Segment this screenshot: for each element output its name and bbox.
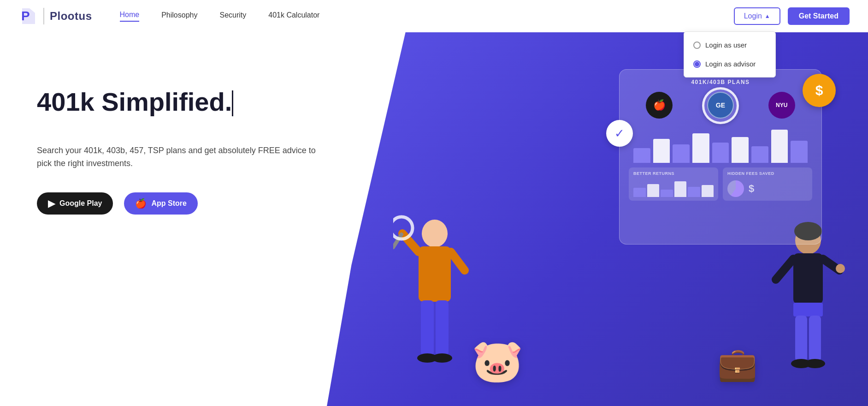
pie-chart [727, 180, 744, 197]
login-as-user-label: Login as user [705, 41, 747, 49]
nav-links: Home Philosophy Security 401k Calculator [120, 11, 734, 22]
nyu-logo: NYU [768, 92, 795, 119]
hero-title: 401k Simplified. [37, 88, 441, 116]
svg-rect-19 [795, 316, 807, 362]
svg-point-22 [805, 359, 825, 368]
logo-area: P Plootus [18, 6, 92, 26]
google-play-button[interactable]: ▶ Google Play [37, 192, 113, 215]
hidden-fees-content: $ [727, 179, 808, 197]
svg-rect-18 [793, 303, 823, 316]
app-store-label: App Store [151, 199, 186, 208]
svg-rect-20 [809, 316, 821, 362]
hidden-fees-card: HIDDEN FEES SAVED $ [723, 167, 812, 201]
nav-right: Login ▲ Get Started [734, 7, 850, 25]
bar-6 [732, 137, 749, 163]
google-play-icon: ▶ [48, 198, 55, 209]
svg-rect-14 [793, 253, 823, 304]
briefcase-icon: 💼 [717, 345, 757, 383]
main-bar-chart [629, 126, 812, 163]
login-as-user-item[interactable]: Login as user [684, 36, 775, 54]
bar-3 [673, 144, 690, 163]
app-store-button[interactable]: 🍎 App Store [124, 192, 197, 215]
bar-9 [791, 141, 808, 163]
login-as-advisor-item[interactable]: Login as advisor [684, 54, 775, 73]
hero-description: Search your 401k, 403b, 457, TSP plans a… [37, 144, 323, 171]
person-left [393, 206, 476, 383]
apple-logo: 🍎 [646, 92, 673, 119]
svg-point-2 [422, 220, 448, 247]
bar-8 [771, 130, 788, 163]
login-as-advisor-label: Login as advisor [705, 60, 756, 68]
mini-bar-chart [633, 179, 714, 197]
brand-name: Plootus [50, 10, 92, 23]
radio-user [693, 42, 701, 49]
svg-point-9 [432, 353, 452, 363]
svg-rect-6 [421, 300, 434, 356]
text-cursor [232, 90, 233, 116]
apple-icon: 🍎 [135, 198, 147, 209]
radio-advisor [693, 60, 701, 68]
svg-point-17 [836, 264, 845, 273]
bar-4 [692, 133, 709, 163]
dashboard-title: 401K/403B PLANS [629, 79, 812, 85]
hidden-fees-title: HIDDEN FEES SAVED [727, 171, 808, 176]
store-buttons: ▶ Google Play 🍎 App Store [37, 192, 441, 215]
navbar: P Plootus Home Philosophy Security 401k … [0, 0, 868, 32]
svg-rect-7 [436, 300, 449, 356]
chevron-down-icon: ▲ [765, 13, 770, 19]
nav-calculator[interactable]: 401k Calculator [268, 11, 319, 21]
nav-home[interactable]: Home [120, 11, 140, 22]
magnifier-overlay [702, 87, 739, 124]
dollar-indicator: $ [749, 183, 754, 195]
check-badge: ✓ [606, 120, 633, 147]
better-returns-card: BETTER RETURNS [629, 167, 718, 201]
svg-rect-3 [419, 246, 451, 302]
svg-line-5 [451, 252, 465, 270]
plootus-logo-icon: P [18, 6, 38, 26]
hero-section: 401k Simplified. Search your 401k, 403b,… [0, 32, 868, 406]
nav-philosophy[interactable]: Philosophy [161, 11, 197, 21]
login-dropdown: Login as user Login as advisor [684, 31, 776, 78]
google-play-label: Google Play [59, 199, 102, 208]
bar-7 [751, 146, 768, 163]
piggy-bank-icon: 🐷 [472, 337, 523, 385]
sub-cards: BETTER RETURNS HIDDEN FEES SAVED [629, 167, 812, 201]
nav-security[interactable]: Security [219, 11, 246, 21]
better-returns-title: BETTER RETURNS [633, 171, 714, 176]
bar-2 [653, 139, 670, 163]
get-started-button[interactable]: Get Started [788, 7, 850, 25]
company-logos-row: 🍎 GE NYU [629, 92, 812, 119]
bar-5 [712, 143, 729, 163]
bar-1 [633, 148, 650, 163]
svg-text:P: P [21, 9, 30, 23]
dashboard-illustration: 401K/403B PLANS 🍎 GE NYU [619, 69, 822, 245]
svg-line-15 [776, 259, 793, 280]
person-left-svg [393, 206, 476, 381]
dashboard-card: 401K/403B PLANS 🍎 GE NYU [619, 69, 822, 245]
logo-divider [43, 8, 44, 24]
login-button[interactable]: Login ▲ [734, 7, 780, 25]
dollar-badge: $ [803, 74, 836, 107]
